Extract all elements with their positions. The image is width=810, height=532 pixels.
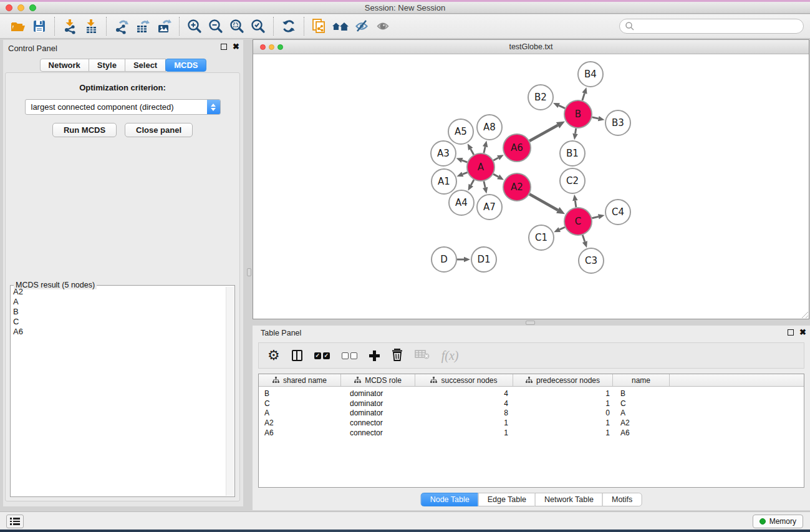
float-panel-icon[interactable] — [221, 44, 227, 50]
graph-edge-A-A2[interactable] — [493, 174, 498, 177]
graph-edge-A6-B[interactable] — [529, 125, 557, 141]
show-details-icon[interactable] — [372, 16, 393, 36]
graph-edge-A-A7[interactable] — [484, 181, 485, 187]
close-table-panel-icon[interactable]: ✖ — [799, 329, 806, 336]
network-close-button[interactable] — [260, 44, 266, 50]
result-item[interactable]: A6 — [11, 327, 225, 337]
network-maximize-button[interactable] — [277, 44, 283, 50]
toolbar-separator — [54, 17, 55, 36]
network-canvas[interactable]: B4B2BB3A8A5A6A3B1AA1C2A2A4A7C4CC1C3DD1 — [253, 54, 809, 319]
graph-edge-A-A3[interactable] — [462, 160, 467, 162]
tab-node-table[interactable]: Node Table — [421, 493, 479, 506]
home-icon[interactable] — [330, 16, 351, 36]
tab-edge-table[interactable]: Edge Table — [478, 493, 536, 506]
network-minimize-button[interactable] — [269, 44, 274, 50]
delete-column-icon[interactable] — [392, 348, 403, 364]
save-session-icon[interactable] — [29, 16, 50, 36]
minimize-window-button[interactable] — [17, 4, 24, 11]
criterion-dropdown[interactable]: largest connected component (directed) — [25, 99, 221, 115]
graph-node-label: A1 — [438, 176, 450, 187]
column-header-predecessor-nodes[interactable]: predecessor nodes — [513, 374, 613, 386]
graph-edge-B-B2[interactable] — [559, 105, 565, 108]
graph-edge-A-A8[interactable] — [484, 147, 485, 153]
zoom-fit-icon[interactable] — [226, 16, 248, 36]
result-item[interactable]: A — [11, 297, 225, 307]
traffic-lights — [6, 4, 36, 11]
tab-network[interactable]: Network — [40, 59, 89, 72]
maximize-window-button[interactable] — [29, 4, 36, 11]
result-item[interactable]: B — [11, 307, 225, 317]
vertical-splitter-grip[interactable] — [247, 268, 251, 276]
graph-edge-arrow — [483, 187, 488, 194]
zoom-in-icon[interactable] — [184, 16, 205, 36]
column-header-successor-nodes[interactable]: successor nodes — [415, 374, 513, 386]
export-table-icon[interactable] — [132, 16, 153, 36]
window-titlebar[interactable]: Session: New Session — [0, 2, 810, 14]
zoom-selected-icon[interactable] — [248, 16, 269, 36]
close-panel-icon[interactable]: ✖ — [233, 43, 239, 51]
run-mcds-button[interactable]: Run MCDS — [52, 123, 117, 137]
graph-edge-B-B4[interactable] — [582, 94, 585, 101]
toolbar-search-field[interactable] — [619, 19, 804, 34]
table-row[interactable]: A2connector11A2 — [259, 418, 804, 428]
tab-select[interactable]: Select — [125, 59, 166, 72]
dropdown-stepper-icon — [207, 100, 220, 114]
graph-edge-C-C1[interactable] — [559, 227, 565, 230]
tab-style[interactable]: Style — [89, 59, 125, 72]
import-network-icon[interactable] — [59, 16, 80, 36]
close-panel-button[interactable]: Close panel — [125, 123, 193, 137]
export-image-icon[interactable] — [153, 16, 175, 36]
tab-mcds[interactable]: MCDS — [165, 59, 206, 72]
graph-edge-A-A1[interactable] — [463, 172, 468, 174]
search-input[interactable] — [635, 21, 803, 32]
export-network-icon[interactable] — [111, 16, 132, 36]
graph-edge-B-B1[interactable] — [576, 128, 576, 134]
graph-edge-A-A4[interactable] — [471, 180, 474, 185]
clone-network-icon[interactable] — [309, 16, 330, 36]
column-header-shared-name[interactable]: shared name — [259, 374, 341, 386]
select-all-columns-icon[interactable]: ✓✓ — [314, 352, 330, 359]
import-table-icon[interactable] — [80, 16, 102, 36]
open-file-icon[interactable] — [7, 16, 29, 36]
table-row[interactable]: Cdominator41C — [259, 399, 804, 409]
graph-edge-C-C4[interactable] — [592, 216, 598, 218]
hide-details-icon[interactable] — [351, 16, 372, 36]
graph-edge-arrow — [572, 133, 577, 140]
table-row[interactable]: A6connector11A6 — [259, 428, 804, 438]
add-column-icon[interactable] — [369, 351, 380, 361]
column-header-mcds-role[interactable]: MCDS role — [341, 374, 415, 386]
graph-edge-A-A6[interactable] — [493, 158, 498, 160]
graph-edge-A2-C[interactable] — [529, 194, 558, 210]
graph-edge-arrow — [582, 241, 587, 248]
result-list-scrollbar[interactable] — [226, 287, 234, 496]
task-history-button[interactable] — [6, 515, 24, 528]
unselect-all-columns-icon[interactable] — [342, 352, 357, 359]
table-row[interactable]: Bdominator41B — [259, 389, 804, 399]
graph-edge-C-C3[interactable] — [582, 235, 585, 242]
mcds-result-list[interactable]: A2 A B C A6 — [11, 287, 225, 496]
table-settings-gear-icon[interactable]: ⚙ — [268, 349, 280, 362]
close-window-button[interactable] — [6, 4, 12, 11]
column-header-name[interactable]: name — [613, 374, 670, 386]
table-row[interactable]: Adominator80A — [259, 409, 804, 418]
network-window-titlebar[interactable]: testGlobe.txt — [253, 40, 809, 54]
graph-edge-arrow — [464, 257, 470, 263]
float-table-panel-icon[interactable] — [788, 329, 794, 336]
graph-edge-C-C2[interactable] — [575, 201, 576, 208]
horizontal-splitter-grip[interactable] — [526, 321, 535, 325]
graph-edge-A-A5[interactable] — [471, 149, 474, 155]
refresh-icon[interactable] — [278, 16, 299, 36]
network-graph[interactable]: B4B2BB3A8A5A6A3B1AA1C2A2A4A7C4CC1C3DD1 — [253, 54, 809, 319]
tab-motifs[interactable]: Motifs — [602, 493, 642, 506]
show-columns-icon[interactable] — [292, 350, 302, 361]
result-item[interactable]: A2 — [11, 287, 225, 297]
graph-node-label: B2 — [534, 92, 547, 103]
zoom-out-icon[interactable] — [205, 16, 226, 36]
graph-edge-B-B3[interactable] — [592, 117, 598, 118]
node-table[interactable]: shared name MCDS role successor nodes pr… — [258, 374, 804, 488]
tab-network-table[interactable]: Network Table — [535, 493, 603, 506]
result-item[interactable]: C — [11, 317, 225, 327]
control-panel-title: Control Panel — [8, 44, 57, 53]
memory-button[interactable]: Memory — [753, 515, 803, 528]
graph-edge-arrow — [456, 158, 463, 163]
